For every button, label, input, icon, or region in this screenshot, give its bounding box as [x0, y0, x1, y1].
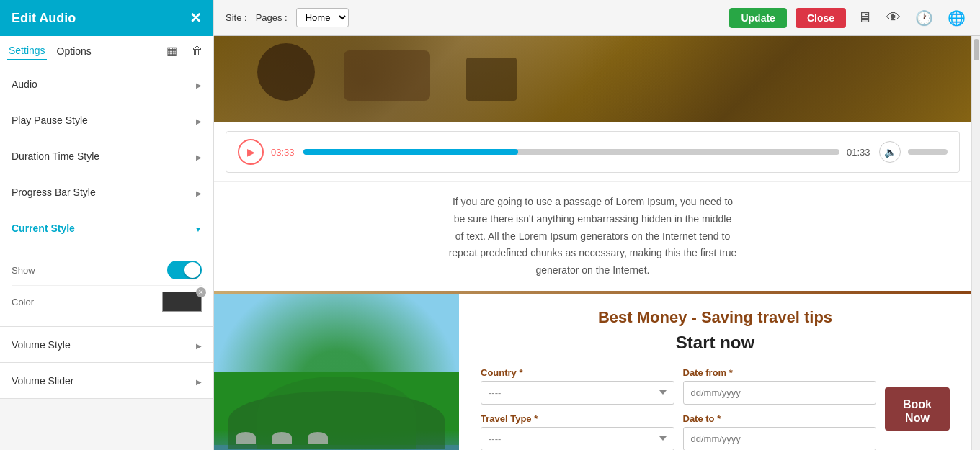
section-volume-slider[interactable]: Volume Slider [0, 363, 213, 399]
date-from-label: Date from * [683, 367, 877, 378]
color-label: Color [12, 297, 34, 307]
main-area: Site : Pages : Home Update Close 🖥 👁 🕐 🌐 [214, 0, 980, 450]
show-toggle[interactable] [167, 261, 202, 279]
lorem-section: If you are going to use a passage of Lor… [214, 181, 971, 291]
panel-close-icon[interactable]: ✕ [190, 9, 202, 27]
toggle-track [167, 261, 202, 279]
form-grid: Country * ---- Date from * Travel Type [481, 367, 876, 450]
section-audio-chevron [196, 78, 202, 90]
right-scrollbar[interactable] [971, 36, 980, 450]
color-swatch-wrapper: ✕ [162, 292, 202, 312]
section-duration-time-label: Duration Time Style [12, 150, 99, 162]
lorem-text: If you are going to use a passage of Lor… [449, 194, 737, 279]
section-progress-bar-style[interactable]: Progress Bar Style [0, 174, 213, 210]
section-duration-time-style[interactable]: Duration Time Style [0, 138, 213, 174]
banner-image [214, 36, 971, 122]
section-play-pause-label: Play Pause Style [12, 114, 88, 126]
left-panel: Edit Audio ✕ Settings Options ▦ 🗑 Audio … [0, 0, 214, 450]
current-style-content: Show Color ✕ [0, 246, 213, 327]
color-swatch[interactable] [162, 292, 202, 312]
section-play-pause-chevron [196, 114, 202, 126]
color-swatch-clear[interactable]: ✕ [196, 287, 206, 297]
pages-label: Pages : [256, 12, 288, 23]
section-volume-style-chevron [196, 339, 202, 351]
panel-title: Edit Audio [12, 11, 76, 26]
progress-bar[interactable] [303, 149, 839, 155]
section-duration-time-chevron [196, 150, 202, 162]
date-from-input[interactable] [683, 381, 877, 405]
tab-options[interactable]: Options [55, 42, 93, 60]
volume-slider-bar[interactable] [908, 149, 948, 155]
date-to-input[interactable] [683, 427, 877, 450]
delete-icon[interactable]: 🗑 [189, 43, 206, 59]
form-group-date-to: Date to * [683, 413, 877, 450]
book-now-button[interactable]: Book Now [885, 387, 950, 431]
progress-bar-fill [303, 149, 518, 155]
section-volume-slider-label: Volume Slider [12, 375, 74, 387]
current-time: 03:33 [271, 147, 296, 158]
top-bar: Site : Pages : Home Update Close 🖥 👁 🕐 🌐 [214, 0, 980, 36]
banner-image-overlay [214, 36, 971, 122]
section-progress-bar-label: Progress Bar Style [12, 186, 96, 198]
form-group-travel-type: Travel Type * ---- [481, 413, 674, 450]
travel-section: Best Money - Saving travel tips Start no… [214, 294, 971, 450]
close-button[interactable]: Close [796, 8, 846, 28]
section-volume-style[interactable]: Volume Style [0, 327, 213, 363]
travel-title: Best Money - Saving travel tips [481, 308, 950, 327]
travel-type-select[interactable]: ---- [481, 427, 674, 450]
color-row: Color ✕ [12, 286, 202, 318]
section-progress-bar-chevron [196, 186, 202, 198]
update-button[interactable]: Update [729, 8, 786, 28]
audio-player: ▶ 03:33 01:33 🔈 [226, 131, 960, 173]
travel-type-label: Travel Type * [481, 413, 674, 424]
form-group-date-from: Date from * [683, 367, 877, 405]
country-select[interactable]: ---- [481, 381, 674, 405]
panel-tabs: Settings Options ▦ 🗑 [0, 36, 213, 66]
history-icon[interactable]: 🕐 [912, 9, 936, 27]
show-label: Show [12, 265, 35, 276]
section-current-style-chevron [195, 222, 202, 234]
travel-subtitle: Start now [481, 333, 950, 353]
tab-settings[interactable]: Settings [7, 42, 47, 60]
page-content: ▶ 03:33 01:33 🔈 If you are going to use … [214, 36, 971, 450]
country-label: Country * [481, 367, 674, 378]
preview-icon[interactable]: 👁 [883, 9, 904, 26]
desktop-icon[interactable]: 🖥 [855, 9, 875, 26]
volume-button[interactable]: 🔈 [879, 141, 901, 163]
pages-select[interactable]: Home [296, 8, 349, 27]
travel-form: Best Money - Saving travel tips Start no… [459, 294, 971, 450]
duplicate-icon[interactable]: ▦ [164, 42, 180, 59]
toggle-thumb [184, 262, 200, 278]
panel-header: Edit Audio ✕ [0, 0, 213, 36]
sitemap-icon[interactable]: 🌐 [945, 9, 968, 27]
show-row: Show [12, 255, 202, 286]
date-to-label: Date to * [683, 413, 877, 424]
section-current-style[interactable]: Current Style [0, 210, 213, 246]
total-time: 01:33 [847, 147, 872, 158]
form-row: Country * ---- Date from * Travel Type [481, 367, 950, 450]
section-audio[interactable]: Audio [0, 66, 213, 102]
scrollbar-thumb[interactable] [974, 39, 979, 60]
section-volume-slider-chevron [196, 375, 202, 387]
play-button[interactable]: ▶ [238, 139, 264, 165]
section-volume-style-label: Volume Style [12, 339, 71, 351]
form-group-country: Country * ---- [481, 367, 674, 405]
section-audio-label: Audio [12, 78, 37, 90]
travel-image [214, 294, 459, 450]
section-play-pause-style[interactable]: Play Pause Style [0, 102, 213, 138]
section-current-style-label: Current Style [12, 222, 75, 234]
site-label: Site : [226, 12, 247, 23]
audio-player-wrapper: ▶ 03:33 01:33 🔈 [214, 122, 971, 181]
